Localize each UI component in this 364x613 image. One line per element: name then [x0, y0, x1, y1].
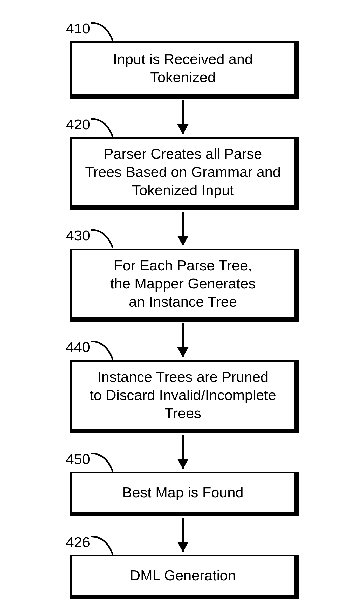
label-430: 430 [66, 228, 90, 243]
box-430: For Each Parse Tree,the Mapper Generates… [70, 249, 296, 319]
label-426: 426 [66, 535, 90, 549]
leader-450 [90, 452, 114, 472]
flowchart-canvas: 410 Input is Received andTokenized 420 P… [0, 0, 364, 613]
leader-420 [90, 118, 114, 137]
box-450-text: Best Map is Found [122, 483, 244, 501]
box-420-text: Parser Creates all ParseTrees Based on G… [85, 145, 281, 199]
box-440-text: Instance Trees are Prunedto Discard Inva… [90, 368, 276, 422]
box-426-text: DML Generation [130, 566, 236, 584]
arrow-430-440 [182, 323, 184, 357]
arrow-410-420 [182, 100, 184, 134]
box-420: Parser Creates all ParseTrees Based on G… [70, 137, 296, 207]
box-430-text: For Each Parse Tree,the Mapper Generates… [110, 256, 256, 311]
label-450: 450 [66, 452, 90, 466]
arrow-440-450 [182, 435, 184, 469]
label-420: 420 [66, 117, 90, 132]
box-410: Input is Received andTokenized [70, 41, 296, 95]
leader-440 [90, 340, 114, 360]
leader-410 [90, 22, 114, 42]
box-440: Instance Trees are Prunedto Discard Inva… [70, 360, 296, 430]
box-426: DML Generation [70, 555, 296, 596]
leader-430 [90, 229, 114, 249]
arrow-420-430 [182, 212, 184, 245]
label-410: 410 [66, 21, 90, 36]
arrow-450-426 [182, 518, 184, 552]
box-450: Best Map is Found [70, 472, 296, 513]
label-440: 440 [66, 340, 90, 354]
leader-426 [90, 535, 114, 555]
box-410-text: Input is Received andTokenized [113, 50, 253, 86]
